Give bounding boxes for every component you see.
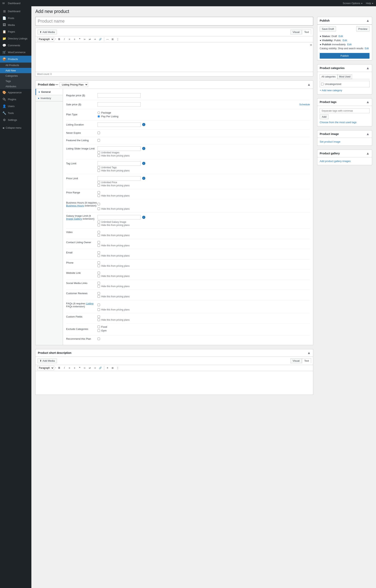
hide-gallery-checkbox[interactable] xyxy=(97,224,100,226)
most-used-tab[interactable]: Most Used xyxy=(337,74,352,79)
package-radio-item[interactable]: Package xyxy=(97,111,118,114)
sd-quote-button[interactable]: ❝ xyxy=(77,366,82,370)
short-desc-paragraph-select[interactable]: Paragraph xyxy=(37,366,54,370)
pay-per-listing-radio-item[interactable]: Pay Per Listing xyxy=(97,115,118,118)
unlimited-gallery-checkbox[interactable] xyxy=(97,221,100,223)
ordered-list-button[interactable]: ≡ xyxy=(72,37,77,41)
product-data-toggle[interactable]: ▲ xyxy=(307,83,311,87)
add-media-button[interactable]: ⬆ Add Media xyxy=(37,30,57,34)
short-desc-text-tab[interactable]: Text xyxy=(302,358,311,363)
hide-social-checkbox[interactable] xyxy=(97,285,100,287)
add-gallery-images-link[interactable]: Add product gallery images xyxy=(320,160,351,163)
faqs-link[interactable]: Listing xyxy=(86,302,94,305)
gallery-image-limit-input[interactable] xyxy=(97,215,141,220)
sd-align-left-button[interactable]: ⇐ xyxy=(82,366,87,370)
pay-per-listing-radio[interactable] xyxy=(97,115,100,118)
tags-input[interactable] xyxy=(320,108,369,113)
categories-toggle[interactable]: ▲ xyxy=(366,66,369,70)
sd-kitchen-sink-button[interactable]: ⋮ xyxy=(115,366,120,370)
exclude-gym-checkbox[interactable] xyxy=(97,329,100,332)
sd-ul-button[interactable]: ≡ xyxy=(67,366,72,370)
slider-image-info-icon[interactable]: i xyxy=(142,147,145,150)
adminbar-dashboard[interactable]: Dashboard xyxy=(8,2,21,5)
help-button[interactable]: Help xyxy=(366,2,374,5)
sidebar-item-plugins[interactable]: 🔌 Plugins xyxy=(0,96,31,103)
sidebar-item-attributes[interactable]: Attributes xyxy=(0,84,31,89)
price-range-checkbox[interactable] xyxy=(97,191,100,194)
customer-reviews-checkbox[interactable] xyxy=(97,292,100,294)
text-tab[interactable]: Text xyxy=(302,30,311,34)
schedule-link[interactable]: Schedule xyxy=(299,103,310,106)
unlimited-images-checkbox[interactable] xyxy=(97,151,100,154)
sd-table-button[interactable]: ⊞ xyxy=(110,366,115,370)
hide-contact-checkbox[interactable] xyxy=(97,244,100,247)
exclude-food-checkbox[interactable] xyxy=(97,326,100,328)
tag-limit-info-icon[interactable]: i xyxy=(142,162,145,165)
hide-price-checkbox[interactable] xyxy=(97,184,100,187)
tag-limit-input[interactable] xyxy=(97,161,141,166)
sidebar-item-categories[interactable]: Categories xyxy=(0,73,31,78)
add-tag-button[interactable]: Add xyxy=(320,114,329,119)
sidebar-item-appearance[interactable]: 🎨 Appearance xyxy=(0,89,31,96)
product-type-select[interactable]: Listing Pricing Plan Simple product Grou… xyxy=(60,82,88,87)
product-name-input[interactable] xyxy=(35,17,313,25)
editor-close-button[interactable]: ✕ xyxy=(310,43,312,47)
unlimited-tags-checkbox[interactable] xyxy=(97,166,100,169)
hide-video-checkbox[interactable] xyxy=(97,234,100,237)
product-image-toggle[interactable]: ▲ xyxy=(366,132,369,136)
price-limit-info-icon[interactable]: i xyxy=(142,177,145,180)
business-hours-link[interactable]: Business Hours xyxy=(66,204,84,207)
screen-options-button[interactable]: Screen Options xyxy=(343,2,363,5)
status-edit-link[interactable]: Edit xyxy=(339,35,343,38)
paragraph-select[interactable]: Paragraph xyxy=(37,37,54,41)
hide-faqs-checkbox[interactable] xyxy=(97,308,100,311)
sidebar-item-settings[interactable]: ⚙ Settings xyxy=(0,116,31,123)
video-checkbox[interactable] xyxy=(97,231,100,233)
link-button[interactable]: 🔗 xyxy=(98,37,103,41)
regular-price-input[interactable] xyxy=(97,93,141,98)
hide-business-hours-checkbox[interactable] xyxy=(97,208,100,210)
never-expire-checkbox[interactable] xyxy=(97,132,100,134)
faqs-checkbox[interactable] xyxy=(97,304,100,306)
short-desc-visual-tab[interactable]: Visual xyxy=(291,358,302,363)
sd-align-right-button[interactable]: ⇒ xyxy=(93,366,97,370)
all-categories-tab[interactable]: All categories xyxy=(320,74,337,79)
blockquote-button[interactable]: ❝ xyxy=(77,37,82,41)
phone-checkbox[interactable] xyxy=(97,262,100,264)
hide-custom-fields-checkbox[interactable] xyxy=(97,318,100,321)
contact-owner-checkbox[interactable] xyxy=(97,241,100,244)
more-button[interactable]: — xyxy=(105,37,110,41)
listing-duration-input[interactable] xyxy=(97,122,141,127)
most-used-tags-link[interactable]: Choose from the most used tags xyxy=(320,121,356,124)
slider-image-limit-input[interactable] xyxy=(97,146,141,151)
sd-ol-button[interactable]: ≡ xyxy=(72,366,77,370)
catalog-visibility-edit-link[interactable]: Edit xyxy=(365,47,369,50)
package-radio[interactable] xyxy=(97,111,100,114)
sidebar-item-tags[interactable]: Tags xyxy=(0,78,31,84)
collapse-menu-button[interactable]: ◀ Collapse menu xyxy=(0,125,31,131)
gallery-toggle[interactable]: ▲ xyxy=(366,151,369,156)
listing-duration-info-icon[interactable]: i xyxy=(142,123,145,126)
align-center-button[interactable]: ⇌ xyxy=(87,37,92,41)
email-checkbox[interactable] xyxy=(97,251,100,254)
sidebar-item-dashboard[interactable]: ⊞ Dashboard xyxy=(0,8,31,15)
publish-toggle[interactable]: ▲ xyxy=(366,19,369,23)
publish-time-edit-link[interactable]: Edit xyxy=(347,43,352,46)
gallery-image-link[interactable]: Image Gallery xyxy=(66,217,82,220)
product-tab-inventory[interactable]: ● Inventory xyxy=(35,95,63,101)
unordered-list-button[interactable]: ≡ xyxy=(67,37,72,41)
visibility-edit-link[interactable]: Edit xyxy=(343,39,347,42)
hide-images-checkbox[interactable] xyxy=(97,154,100,157)
price-limit-input[interactable] xyxy=(97,176,141,181)
add-category-link[interactable]: + Add new category xyxy=(320,89,369,92)
short-desc-editor-body[interactable] xyxy=(35,371,313,395)
hide-reviews-checkbox[interactable] xyxy=(97,295,100,298)
custom-fields-checkbox[interactable] xyxy=(97,315,100,318)
sd-italic-button[interactable]: I xyxy=(62,366,67,370)
sd-link-button[interactable]: 🔗 xyxy=(98,366,103,370)
kitchen-sink-button[interactable]: ⋮ xyxy=(115,37,120,41)
tags-toggle[interactable]: ▲ xyxy=(366,100,369,104)
hide-phone-checkbox[interactable] xyxy=(97,265,100,267)
short-desc-add-media-button[interactable]: ⬆ Add Media xyxy=(37,358,57,363)
save-draft-button[interactable]: Save Draft xyxy=(320,26,336,32)
